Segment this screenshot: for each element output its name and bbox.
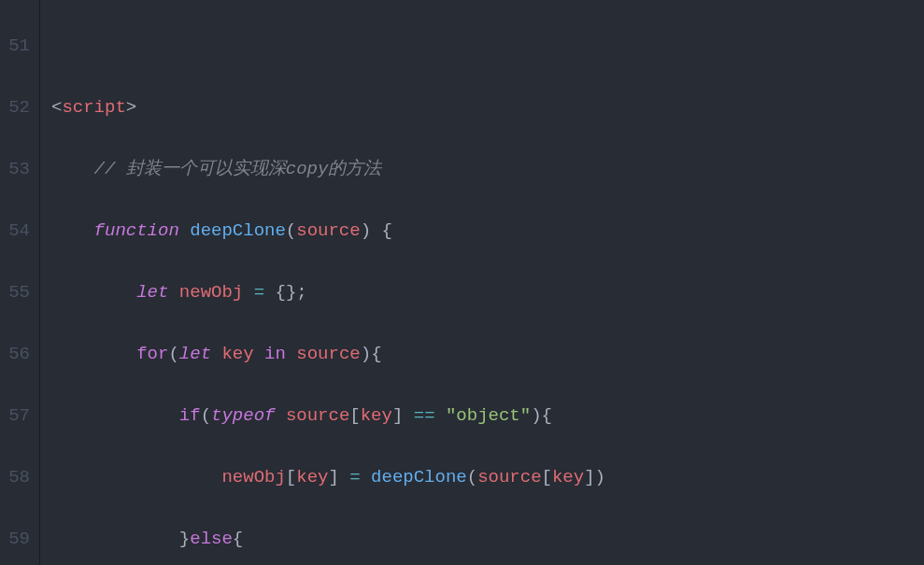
bracket: [ — [349, 405, 360, 426]
line-number: 52 — [0, 92, 30, 123]
variable: source — [286, 405, 349, 426]
html-tag: script — [62, 97, 125, 118]
operator: = — [254, 282, 264, 303]
keyword: typeof — [211, 405, 275, 426]
keyword: else — [190, 529, 233, 549]
code-line[interactable]: }else{ — [51, 524, 924, 555]
tag-bracket: < — [51, 97, 62, 118]
string: "object" — [446, 405, 531, 426]
variable: source — [296, 344, 360, 364]
tag-bracket: > — [126, 97, 136, 118]
paren: ( — [286, 220, 296, 241]
bracket: ] — [328, 467, 338, 487]
parameter: source — [296, 220, 360, 241]
code-editor[interactable]: <script> // 封装一个可以实现深copy的方法 function de… — [40, 0, 924, 565]
keyword: if — [179, 405, 201, 426]
code-line[interactable]: let newObj = {}; — [51, 277, 924, 308]
paren: ) — [361, 344, 371, 364]
variable: key — [296, 467, 328, 487]
line-number: 59 — [0, 524, 30, 555]
variable: newObj — [221, 467, 285, 487]
code-line[interactable]: if(typeof source[key] == "object"){ — [51, 401, 924, 431]
brace: } — [179, 529, 190, 549]
brace: {} — [275, 282, 296, 303]
keyword: let — [136, 282, 168, 303]
line-number: 53 — [0, 154, 30, 185]
line-number: 57 — [0, 401, 30, 431]
variable: newObj — [179, 282, 243, 303]
paren: ) — [595, 467, 605, 487]
line-number: 51 — [0, 31, 30, 62]
variable: key — [221, 344, 253, 364]
brace: { — [382, 220, 392, 241]
paren: ) — [361, 220, 371, 241]
variable: key — [552, 467, 584, 487]
line-number: 56 — [0, 339, 30, 370]
code-line[interactable]: // 封装一个可以实现深copy的方法 — [51, 154, 924, 185]
function-name: deepClone — [190, 220, 286, 241]
keyword: for — [136, 344, 168, 364]
line-number: 58 — [0, 462, 30, 493]
line-number-gutter: 51 52 53 54 55 56 57 58 59 60 61 62 63 6… — [0, 0, 39, 565]
bracket: [ — [286, 467, 296, 487]
semicolon: ; — [296, 282, 306, 303]
paren: ( — [467, 467, 477, 487]
function-call: deepClone — [371, 467, 467, 487]
keyword: let — [179, 344, 211, 364]
keyword: in — [264, 344, 286, 364]
paren: ( — [168, 344, 178, 364]
variable: source — [477, 467, 541, 487]
code-line[interactable]: <script> — [51, 92, 924, 123]
paren: ( — [201, 405, 211, 426]
brace: { — [233, 529, 243, 549]
line-number: 54 — [0, 216, 30, 247]
variable: key — [361, 405, 392, 426]
bracket: ] — [584, 467, 594, 487]
code-line[interactable]: newObj[key] = deepClone(source[key]) — [51, 462, 924, 493]
bracket: ] — [392, 405, 403, 426]
code-line[interactable]: for(let key in source){ — [51, 339, 924, 370]
bracket: [ — [542, 467, 552, 487]
brace: { — [371, 344, 381, 364]
paren: ) — [531, 405, 541, 426]
code-line[interactable] — [51, 31, 924, 62]
keyword: function — [94, 220, 179, 241]
comment-text: // 封装一个可以实现深copy的方法 — [94, 159, 382, 179]
operator: == — [414, 405, 435, 426]
line-number: 55 — [0, 277, 30, 308]
brace: { — [542, 405, 552, 426]
code-line[interactable]: function deepClone(source) { — [51, 216, 924, 247]
operator: = — [349, 467, 360, 487]
